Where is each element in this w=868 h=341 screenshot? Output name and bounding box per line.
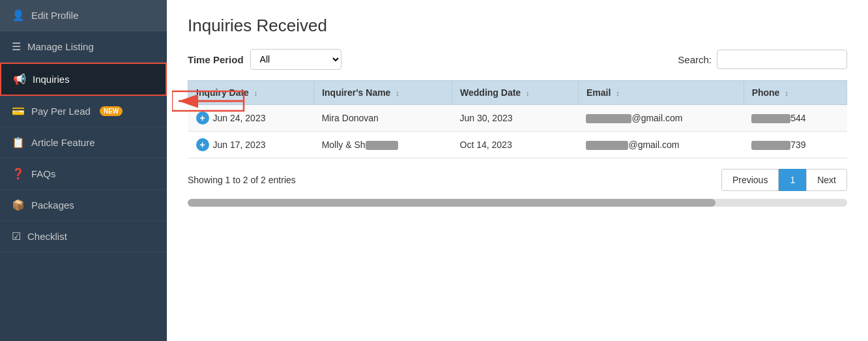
showing-text: Showing 1 to 2 of 2 entries [188, 175, 296, 185]
table-body: +Jun 24, 2023Mira DonovanJun 30, 2023···… [188, 105, 847, 158]
col-wedding-date[interactable]: Wedding Date ↕ [452, 81, 579, 105]
sidebar-item-inquiries[interactable]: 📢Inquiries [0, 63, 167, 96]
faqs-icon: ❓ [12, 168, 25, 180]
cell-wedding-date-0: Jun 30, 2023 [452, 105, 579, 132]
cell-phone-1: ···········739 [744, 132, 846, 158]
cell-inquiry-date-1: +Jun 17, 2023 [188, 132, 314, 158]
cell-email-1: molly'smai@gmail.com [578, 132, 744, 158]
col-inquirer-name[interactable]: Inquirer's Name ↕ [314, 81, 452, 105]
sidebar-item-label-inquiries: Inquiries [33, 74, 70, 85]
col-phone[interactable]: Phone ↕ [744, 81, 846, 105]
edit-profile-icon: 👤 [12, 9, 25, 22]
cell-wedding-date-1: Oct 14, 2023 [452, 132, 579, 158]
checklist-icon: ☑ [12, 230, 21, 243]
sort-icon-phone: ↕ [785, 89, 788, 97]
sidebar-item-label-checklist: Checklist [27, 231, 67, 242]
filter-left: Time Period AllLast 7 daysLast 30 daysLa… [188, 49, 341, 70]
sidebar: 👤Edit Profile☰Manage Listing📢Inquiries💳P… [0, 0, 167, 341]
next-button[interactable]: Next [806, 169, 847, 191]
page-title: Inquiries Received [188, 16, 847, 36]
sidebar-item-label-pay-per-lead: Pay Per Lead [31, 106, 91, 117]
badge-new-pay-per-lead: NEW [100, 106, 123, 116]
sidebar-item-article-feature[interactable]: 📋Article Feature [0, 127, 167, 158]
sidebar-item-pay-per-lead[interactable]: 💳Pay Per LeadNEW [0, 96, 167, 127]
filter-row: Time Period AllLast 7 daysLast 30 daysLa… [188, 49, 847, 70]
table-footer: Showing 1 to 2 of 2 entries Previous 1 N… [188, 169, 847, 191]
sidebar-item-label-article-feature: Article Feature [31, 137, 95, 148]
table-row: +Jun 24, 2023Mira DonovanJun 30, 2023···… [188, 105, 847, 132]
manage-listing-icon: ☰ [12, 40, 21, 53]
expand-row-button-1[interactable]: + [196, 138, 209, 151]
table-header: Inquiry Date ↕ Inquirer's Name ↕ Wedding… [188, 81, 847, 105]
pay-per-lead-icon: 💳 [12, 105, 25, 117]
sidebar-item-label-edit-profile: Edit Profile [31, 10, 79, 21]
col-email[interactable]: Email ↕ [578, 81, 744, 105]
pagination: Previous 1 Next [721, 169, 847, 191]
previous-button[interactable]: Previous [721, 169, 779, 191]
main-content: Inquiries Received Time Period AllLast 7… [167, 0, 868, 341]
table-row: +Jun 17, 2023Molly & Sh·······Oct 14, 20… [188, 132, 847, 158]
cell-inquirer-name-0: Mira Donovan [314, 105, 452, 132]
cell-email-0: ··········@gmail.com [578, 105, 744, 132]
expand-row-button-0[interactable]: + [196, 111, 209, 125]
search-label: Search: [678, 54, 712, 65]
time-period-label: Time Period [188, 54, 244, 65]
article-feature-icon: 📋 [12, 136, 25, 149]
page-1-button[interactable]: 1 [779, 169, 806, 191]
scrollbar-thumb [188, 199, 716, 207]
sidebar-item-label-manage-listing: Manage Listing [27, 41, 94, 52]
sidebar-item-label-faqs: FAQs [31, 168, 56, 179]
cell-phone-0: ··········544 [744, 105, 846, 132]
sort-icon-wedding-date: ↕ [526, 89, 530, 97]
sort-icon-email: ↕ [616, 89, 620, 97]
sort-icon-inquirer-name: ↕ [396, 89, 399, 97]
time-period-select[interactable]: AllLast 7 daysLast 30 daysLast 90 daysLa… [250, 49, 341, 70]
horizontal-scrollbar[interactable] [188, 199, 847, 207]
inquiries-icon: 📢 [13, 73, 26, 85]
col-inquiry-date[interactable]: Inquiry Date ↕ [188, 81, 314, 105]
packages-icon: 📦 [12, 199, 25, 211]
sort-icon-inquiry-date: ↕ [254, 89, 258, 97]
sidebar-item-packages[interactable]: 📦Packages [0, 190, 167, 221]
sidebar-item-edit-profile[interactable]: 👤Edit Profile [0, 0, 167, 31]
filter-right: Search: [678, 50, 847, 69]
cell-inquirer-name-1: Molly & Sh······· [314, 132, 452, 158]
sidebar-item-checklist[interactable]: ☑Checklist [0, 221, 167, 252]
sidebar-item-manage-listing[interactable]: ☰Manage Listing [0, 31, 167, 63]
sidebar-item-label-packages: Packages [31, 200, 74, 211]
sidebar-item-faqs[interactable]: ❓FAQs [0, 158, 167, 190]
inquiries-table: Inquiry Date ↕ Inquirer's Name ↕ Wedding… [188, 80, 847, 158]
search-input[interactable] [717, 50, 847, 69]
cell-inquiry-date-0: +Jun 24, 2023 [188, 105, 314, 132]
